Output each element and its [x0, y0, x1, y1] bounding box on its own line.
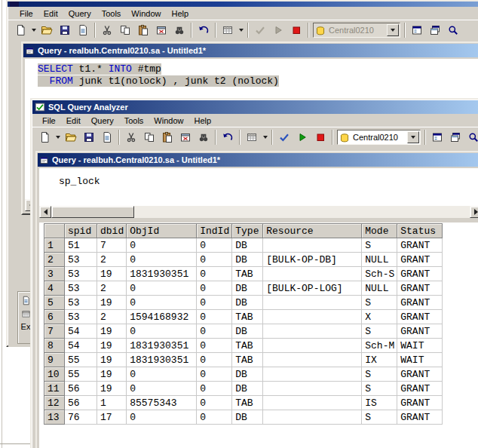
grid-cell[interactable]: 76 — [65, 410, 97, 425]
menu-item-tools[interactable]: Tools — [97, 8, 127, 20]
grid-cell[interactable]: TAB — [232, 339, 263, 353]
grid-cell[interactable] — [263, 367, 362, 382]
combo-dropdown-button[interactable] — [407, 131, 419, 143]
grid-cell[interactable]: DB — [232, 367, 263, 382]
grid-cell[interactable]: 0 — [197, 367, 232, 382]
editor-hscrollbar[interactable] — [39, 206, 478, 218]
grid-cell[interactable]: S — [362, 296, 397, 310]
grid-cell[interactable] — [263, 310, 362, 324]
grid-cell[interactable]: WAIT — [397, 353, 443, 367]
grid-cell[interactable] — [263, 296, 362, 310]
grid-cell[interactable]: 7 — [97, 238, 127, 253]
object-browser-button[interactable] — [429, 129, 446, 146]
database-combobox[interactable]: Central0210 — [337, 130, 421, 145]
grid-cell[interactable]: 0 — [197, 410, 232, 425]
grid-cell[interactable]: DB — [232, 296, 263, 310]
row-number-cell[interactable]: 3 — [44, 267, 65, 281]
grid-cell[interactable]: 53 — [65, 310, 97, 324]
execute-mode-button[interactable] — [244, 129, 260, 146]
grid-cell[interactable]: 55 — [65, 353, 97, 367]
grid-cell[interactable]: 0 — [197, 396, 232, 410]
menu-item-file[interactable]: File — [14, 8, 38, 20]
combo-dropdown-button[interactable] — [387, 24, 399, 36]
grid-cell[interactable]: S — [362, 410, 397, 425]
row-number-cell[interactable]: 10 — [44, 367, 65, 382]
grid-cell[interactable]: 53 — [65, 267, 97, 281]
grid-cell[interactable]: TAB — [232, 353, 263, 367]
grid-cell[interactable]: S — [362, 324, 397, 339]
new-query-button[interactable] — [12, 22, 29, 38]
grid-cell[interactable]: 0 — [197, 324, 232, 339]
insert-template-button[interactable] — [75, 22, 91, 38]
find-button[interactable] — [195, 129, 212, 146]
copy-button[interactable] — [117, 22, 133, 38]
grid-cell[interactable]: GRANT — [397, 367, 443, 382]
row-number-cell[interactable]: 13 — [44, 410, 65, 425]
row-number-cell[interactable]: 4 — [44, 281, 65, 296]
grid-cell[interactable]: Sch-S — [362, 267, 397, 281]
grid-cell[interactable]: GRANT — [397, 296, 443, 310]
grid-cell[interactable]: DB — [232, 253, 263, 267]
grid-cell[interactable] — [263, 396, 362, 410]
row-number-cell[interactable]: 1 — [44, 238, 65, 253]
dropdown-arrow-icon[interactable] — [237, 22, 245, 38]
grid-cell[interactable]: 1 — [97, 396, 127, 410]
dropdown-arrow-icon[interactable] — [261, 129, 269, 146]
row-number-cell[interactable]: 8 — [44, 339, 65, 353]
grid-column-header[interactable]: Resource — [263, 224, 362, 238]
background-window-titlebar[interactable] — [8, 2, 478, 7]
row-number-cell[interactable]: 7 — [44, 324, 65, 339]
grid-cell[interactable]: 85575343 — [127, 396, 197, 410]
clear-window-button[interactable] — [177, 129, 194, 146]
object-search-button[interactable] — [445, 22, 461, 38]
grid-cell[interactable]: 19 — [97, 339, 127, 353]
menu-item-query[interactable]: Query — [63, 8, 97, 20]
menu-item-query[interactable]: Query — [86, 115, 119, 127]
grid-cell[interactable]: 53 — [65, 296, 97, 310]
grid-cell[interactable]: IS — [362, 396, 397, 410]
cut-button[interactable] — [123, 129, 139, 146]
grid-column-header[interactable]: Status — [397, 224, 443, 238]
row-number-cell[interactable]: 11 — [44, 382, 65, 396]
menu-item-tools[interactable]: Tools — [119, 115, 149, 127]
grid-cell[interactable]: S — [362, 382, 397, 396]
grid-cell[interactable]: X — [362, 310, 397, 324]
grid-cell[interactable]: 0 — [127, 253, 197, 267]
grid-cell[interactable] — [263, 238, 362, 253]
scroll-right-button[interactable] — [470, 206, 478, 218]
grid-cell[interactable]: 0 — [197, 339, 232, 353]
grid-cell[interactable] — [263, 267, 362, 281]
grid-cell[interactable] — [263, 324, 362, 339]
menu-item-window[interactable]: Window — [126, 8, 166, 20]
grid-cell[interactable]: NULL — [362, 253, 397, 267]
grid-cell[interactable]: 19 — [97, 267, 127, 281]
grid-cell[interactable]: 54 — [65, 339, 97, 353]
grid-cell[interactable]: 0 — [127, 281, 197, 296]
grid-cell[interactable] — [263, 353, 362, 367]
row-number-cell[interactable]: 6 — [44, 310, 65, 324]
row-number-cell[interactable]: 12 — [44, 396, 65, 410]
grid-cell[interactable]: 0 — [197, 353, 232, 367]
grid-cell[interactable]: TAB — [232, 310, 263, 324]
grid-cell[interactable]: 19 — [97, 296, 127, 310]
cancel-stop-button[interactable] — [288, 22, 305, 38]
grid-cell[interactable]: IX — [362, 353, 397, 367]
grid-cell[interactable]: 1831930351 — [127, 267, 197, 281]
grid-cell[interactable]: 1831930351 — [127, 353, 197, 367]
grid-cell[interactable]: 56 — [65, 382, 97, 396]
grid-cell[interactable]: GRANT — [397, 253, 443, 267]
scroll-left-button[interactable] — [39, 206, 51, 218]
menu-item-window[interactable]: Window — [149, 115, 188, 127]
grid-cell[interactable]: 53 — [65, 253, 97, 267]
window-cascade-button[interactable] — [427, 22, 443, 38]
grid-column-header[interactable]: Mode — [362, 224, 397, 238]
grid-cell[interactable]: S — [362, 367, 397, 382]
grid-cell[interactable]: 17 — [97, 410, 127, 425]
grid-cell[interactable]: GRANT — [397, 267, 443, 281]
scrollbar-thumb[interactable] — [51, 206, 134, 218]
database-combobox[interactable]: Central0210 — [313, 23, 400, 38]
grid-cell[interactable]: 19 — [97, 353, 127, 367]
grid-corner-header[interactable] — [44, 224, 65, 238]
grid-cell[interactable]: 0 — [197, 382, 232, 396]
grid-column-header[interactable]: Type — [232, 224, 263, 238]
